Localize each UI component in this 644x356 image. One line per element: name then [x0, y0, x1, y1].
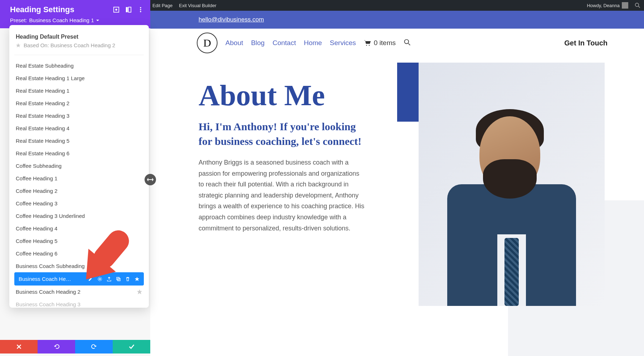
preset-item[interactable]: Real Estate Heading 2 — [9, 97, 149, 109]
preset-item[interactable]: Real Estate Heading 3 — [9, 109, 149, 122]
cart-icon — [364, 40, 371, 46]
preset-item[interactable]: Real Estate Heading 1 — [9, 84, 149, 97]
page-content: About Me Hi, I'm Anthony! If you're look… — [150, 57, 644, 234]
focus-icon[interactable] — [113, 6, 119, 13]
cta-get-in-touch[interactable]: Get In Touch — [556, 35, 615, 51]
logo[interactable]: D — [197, 33, 218, 53]
resize-handle[interactable] — [145, 174, 156, 185]
svg-rect-10 — [128, 7, 131, 12]
preset-item[interactable]: Coffee Heading 6 — [9, 247, 149, 260]
trash-icon[interactable] — [125, 277, 130, 282]
based-on-label: Based On: Business Coach Heading 2 — [16, 42, 142, 48]
svg-point-14 — [99, 278, 101, 279]
nav-link-about[interactable]: About — [225, 39, 243, 47]
preset-item[interactable]: Coffee Heading 2 — [9, 185, 149, 197]
star-icon — [16, 43, 21, 48]
page-body: Anthony Briggs is a seasoned business co… — [199, 157, 365, 234]
preset-selector[interactable]: Preset: Business Coach Heading 1 — [10, 17, 144, 23]
star-icon[interactable] — [137, 289, 142, 295]
exit-visual-builder[interactable]: Exit Visual Builder — [179, 3, 216, 8]
settings-sidebar: Heading Settings Preset: Business Coach … — [0, 0, 150, 356]
more-icon[interactable] — [137, 6, 144, 13]
svg-point-6 — [404, 40, 409, 44]
preset-item[interactable]: Coffee Heading 3 Underlined — [9, 210, 149, 222]
preset-item[interactable]: Business Coach Heading 2 — [9, 286, 149, 298]
preset-item[interactable]: Real Estate Heading 6 — [9, 147, 149, 160]
page-subheading: Hi, I'm Anthony! If you're looking for b… — [199, 120, 365, 148]
howdy-user[interactable]: Howdy, Deanna — [587, 2, 628, 9]
main-nav: D About Blog Contact Home Services 0 ite… — [150, 29, 644, 57]
panel-footer — [0, 340, 150, 353]
redo-button[interactable] — [75, 340, 113, 353]
chevron-down-icon — [96, 19, 99, 22]
svg-point-12 — [140, 9, 141, 10]
preset-item[interactable]: Business Coach Subheading — [9, 260, 149, 272]
nav-link-contact[interactable]: Contact — [273, 39, 296, 47]
svg-point-11 — [140, 7, 141, 9]
preset-item-active[interactable]: Business Coach He… — [14, 272, 144, 286]
preset-item-cutoff[interactable]: Business Coach Heading 3 — [9, 298, 149, 308]
panel-header: Heading Settings Preset: Business Coach … — [0, 0, 150, 28]
svg-point-5 — [369, 45, 370, 46]
gear-icon[interactable] — [97, 277, 102, 282]
avatar — [622, 2, 628, 9]
admin-search-icon[interactable] — [635, 3, 640, 8]
panel-title: Heading Settings — [10, 5, 74, 14]
cart[interactable]: 0 items — [364, 39, 396, 47]
preset-item[interactable]: Real Estate Heading 4 — [9, 122, 149, 135]
cancel-button[interactable] — [0, 340, 38, 353]
edit-icon[interactable] — [88, 277, 93, 282]
svg-point-4 — [366, 45, 367, 46]
nav-link-services[interactable]: Services — [330, 39, 356, 47]
export-icon[interactable] — [107, 277, 112, 282]
nav-link-blog[interactable]: Blog — [251, 39, 265, 47]
star-icon[interactable] — [135, 277, 140, 282]
panel-layout-icon[interactable] — [125, 6, 132, 13]
nav-search-icon[interactable] — [404, 39, 411, 47]
preset-item[interactable]: Real Estate Heading 1 Large — [9, 72, 149, 84]
preset-dropdown: Heading Default Preset Based On: Busines… — [9, 25, 149, 308]
preset-item[interactable]: Coffee Heading 5 — [9, 235, 149, 247]
preset-item[interactable]: Real Estate Subheading — [9, 59, 149, 72]
contact-email-link[interactable]: hello@divibusiness.com — [199, 16, 264, 23]
svg-point-3 — [635, 3, 639, 7]
hero-image — [419, 63, 605, 306]
default-preset-item[interactable]: Heading Default Preset — [16, 34, 142, 40]
page-heading: About Me — [199, 79, 365, 112]
duplicate-icon[interactable] — [116, 277, 121, 282]
nav-link-home[interactable]: Home — [304, 39, 322, 47]
svg-point-8 — [115, 9, 117, 10]
nav-links: About Blog Contact Home Services — [225, 39, 356, 47]
preset-item[interactable]: Coffee Heading 1 — [9, 172, 149, 185]
undo-button[interactable] — [38, 340, 75, 353]
preset-item[interactable]: Real Estate Heading 5 — [9, 135, 149, 147]
svg-point-13 — [140, 11, 141, 13]
save-button[interactable] — [113, 340, 150, 353]
preset-item[interactable]: Coffee Heading 4 — [9, 222, 149, 235]
svg-rect-9 — [126, 7, 128, 12]
preset-item[interactable]: Coffee Heading 3 — [9, 197, 149, 210]
preset-item[interactable]: Coffee Subheading — [9, 160, 149, 172]
